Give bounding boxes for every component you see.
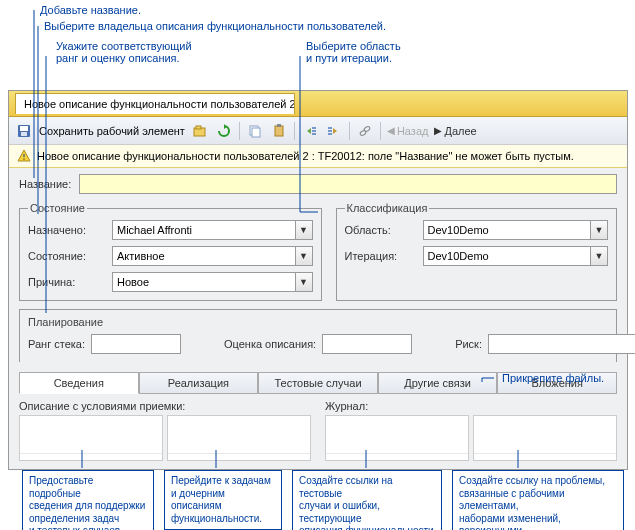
callout-box-implementation: Перейдите к задачам и дочерним описаниям… <box>164 470 282 530</box>
callout-rank: Укажите соответствующий ранг и оценку оп… <box>56 40 192 64</box>
callout-box-tests: Создайте ссылки на тестовые случаи и оши… <box>292 470 442 530</box>
callout-box-details: Предоставьте подробные сведения для подд… <box>22 470 154 530</box>
callout-owner: Выберите владельца описания функциональн… <box>44 20 386 32</box>
callout-box-links: Создайте ссылку на проблемы, связанные с… <box>452 470 624 530</box>
callout-title: Добавьте название. <box>40 4 141 16</box>
callout-attach: Прикрепите файлы. <box>502 372 604 384</box>
callout-area: Выберите область и пути итерации. <box>306 40 401 64</box>
